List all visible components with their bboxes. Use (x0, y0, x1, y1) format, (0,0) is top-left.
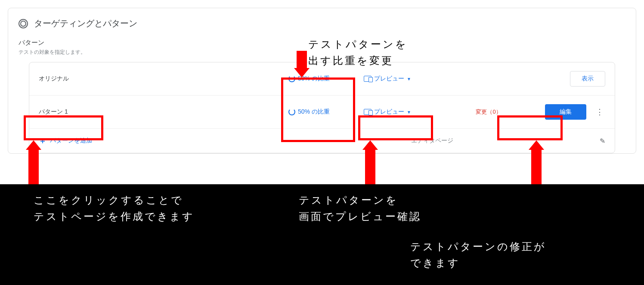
annotation-text-name: ここをクリックすることで テストページを作成できます (34, 192, 195, 225)
patterns-list: オリジナル 50% の比重 プレビュー ▼ 表示 パターン 1 (29, 62, 615, 153)
chevron-down-icon: ▼ (407, 77, 411, 81)
target-icon (19, 19, 28, 28)
actions-1: 編集 ⋮ (527, 104, 605, 120)
panel-title: ターゲティングとパターン (34, 18, 137, 29)
devices-icon (364, 76, 372, 82)
annotation-text-preview: テストパターンを 画面でプレビュー確認 (299, 192, 421, 225)
weight-label: 50% の比重 (298, 108, 330, 116)
devices-icon (364, 109, 372, 115)
annotation-text-weight: テストパターンを 出す比重を変更 (308, 36, 408, 69)
edit-button[interactable]: 編集 (545, 104, 586, 120)
pencil-icon[interactable]: ✎ (600, 137, 605, 145)
annotation-arrow-weight (294, 51, 310, 77)
actions-original: 表示 (527, 71, 605, 87)
preview-dropdown-1[interactable]: プレビュー ▼ (364, 108, 450, 116)
chevron-down-icon: ▼ (407, 110, 411, 115)
pattern-row-1: パターン 1 50% の比重 プレビュー ▼ 変更（0） 編集 ⋮ (29, 96, 615, 129)
editor-page-label: エディタページ (92, 137, 600, 145)
more-menu-icon[interactable]: ⋮ (594, 107, 605, 117)
pattern-name-original[interactable]: オリジナル (39, 75, 288, 83)
patterns-footer: ＋ パターンを追加 エディタページ ✎ (29, 129, 615, 153)
add-pattern-label: パターンを追加 (50, 137, 92, 145)
pattern-name-1[interactable]: パターン 1 (39, 108, 288, 116)
view-button[interactable]: 表示 (570, 71, 605, 87)
preview-dropdown-original[interactable]: プレビュー ▼ (364, 75, 450, 83)
add-pattern-button[interactable]: ＋ パターンを追加 (39, 136, 92, 146)
targeting-patterns-panel: ターゲティングとパターン パターン テストの対象を指定します。 オリジナル 50… (8, 8, 636, 154)
weight-icon (288, 108, 295, 115)
preview-label: プレビュー (374, 75, 404, 83)
preview-label: プレビュー (374, 108, 404, 116)
weight-button-1[interactable]: 50% の比重 (288, 108, 364, 116)
changes-link[interactable]: 変更（0） (450, 108, 527, 116)
panel-header: ターゲティングとパターン (8, 18, 636, 36)
annotation-text-edit: テストパターンの修正が できます (410, 239, 546, 272)
